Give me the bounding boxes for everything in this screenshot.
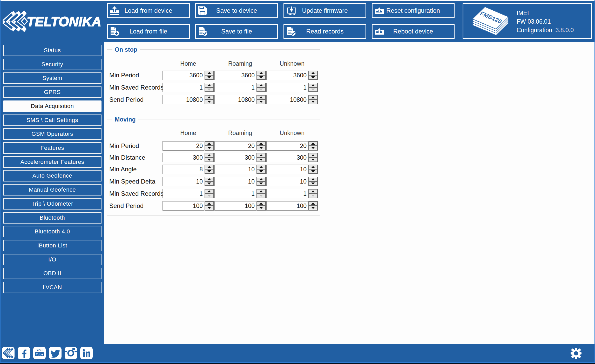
svg-text:TELTONIKA: TELTONIKA — [27, 14, 101, 29]
svg-text:Tube: Tube — [36, 353, 43, 356]
svg-text:You: You — [36, 348, 43, 352]
